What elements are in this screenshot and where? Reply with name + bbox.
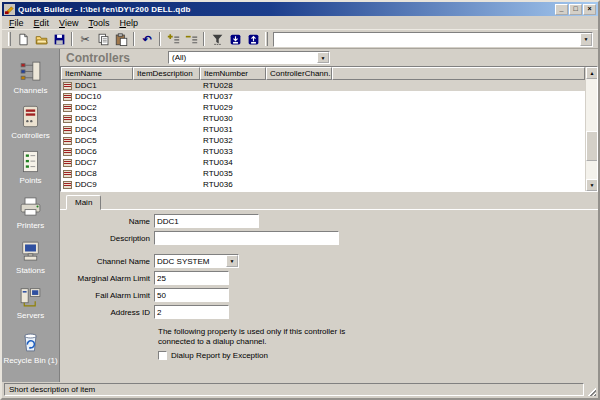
stations-icon (18, 239, 43, 264)
column-header-itemnumber[interactable]: ItemNumber (200, 67, 266, 80)
save-icon (53, 33, 66, 46)
paste-button[interactable] (112, 31, 130, 47)
dialup-checkbox[interactable] (158, 351, 167, 360)
toolbar-separator (203, 32, 205, 46)
name-label: Name (66, 217, 154, 226)
sidebar-item-printers[interactable]: Printers (3, 194, 59, 230)
filter-button[interactable] (208, 31, 226, 47)
table-row[interactable]: DDC8 RTU035 (61, 168, 585, 179)
tab-strip-line (60, 209, 598, 210)
table-row[interactable]: DDC3 RTU030 (61, 113, 585, 124)
copy-button[interactable] (94, 31, 112, 47)
chevron-down-icon[interactable]: ▼ (580, 33, 592, 46)
scroll-up-icon[interactable]: ▲ (586, 67, 598, 79)
title-bar[interactable]: Quick Builder - I:\bei fen\DY\r200 DELL.… (2, 2, 598, 16)
cell-itemname: DDC3 (75, 114, 97, 123)
description-field[interactable] (154, 231, 339, 245)
maximize-button[interactable]: □ (569, 4, 582, 15)
add-item-button[interactable] (164, 31, 182, 47)
resize-grip-icon[interactable] (584, 383, 596, 396)
menu-edit[interactable]: Edit (29, 17, 55, 29)
sidebar-item-stations[interactable]: Stations (3, 239, 59, 275)
scroll-down-icon[interactable]: ▼ (586, 179, 598, 191)
table-row[interactable]: DDC6 RTU033 (61, 146, 585, 157)
sidebar-item-label: Channels (14, 86, 48, 95)
add-item-icon (167, 33, 180, 46)
controllers-icon (18, 104, 43, 129)
marginal-alarm-limit-field[interactable] (154, 271, 229, 285)
channel-name-dropdown[interactable]: DDC SYSTEM ▼ (154, 254, 239, 268)
menu-file[interactable]: File (4, 17, 29, 29)
name-field[interactable] (154, 214, 259, 228)
toolbar-grip[interactable] (8, 32, 11, 46)
points-icon (18, 149, 43, 174)
vertical-scrollbar[interactable]: ▲ ▼ (585, 67, 597, 191)
cell-itemnumber: RTU036 (200, 180, 266, 189)
items-grid: ItemName ItemDescription ItemNumber Cont… (60, 66, 598, 192)
column-header-controllerchannel[interactable]: ControllerChann... (266, 67, 332, 80)
address-id-field[interactable] (154, 305, 229, 319)
filter-value: (All) (169, 53, 317, 62)
minimize-button[interactable]: _ (555, 4, 568, 15)
scrollbar-thumb[interactable] (586, 131, 598, 161)
restore-from-recycle-bin-icon (247, 33, 260, 46)
menu-view[interactable]: View (54, 17, 83, 29)
scrollbar-track[interactable] (586, 79, 597, 179)
fail-alarm-limit-field[interactable] (154, 288, 229, 302)
table-row[interactable]: DDC9 RTU036 (61, 179, 585, 190)
new-button[interactable] (14, 31, 32, 47)
open-button[interactable] (32, 31, 50, 47)
table-row[interactable]: DDC5 RTU032 (61, 135, 585, 146)
page-title: Controllers (66, 51, 166, 65)
cell-itemnumber: RTU034 (200, 158, 266, 167)
move-to-recycle-bin-button[interactable] (226, 31, 244, 47)
sidebar-item-label: Stations (16, 266, 45, 275)
table-row[interactable]: DDC1 RTU028 (61, 80, 585, 91)
restore-from-recycle-bin-button[interactable] (244, 31, 262, 47)
paste-icon (115, 33, 128, 46)
controller-row-icon (63, 181, 72, 189)
filter-icon (211, 33, 224, 46)
table-row[interactable]: DDC2 RTU029 (61, 102, 585, 113)
controller-row-icon (63, 104, 72, 112)
save-button[interactable] (50, 31, 68, 47)
open-icon (35, 33, 48, 46)
filter-dropdown[interactable]: (All) ▼ (168, 51, 330, 64)
column-header-itemdescription[interactable]: ItemDescription (133, 67, 200, 80)
controller-row-icon (63, 115, 72, 123)
menu-help[interactable]: Help (114, 17, 143, 29)
main-region: Channels Controllers Points (2, 49, 598, 382)
undo-button[interactable]: ↶ (138, 31, 156, 47)
chevron-down-icon[interactable]: ▼ (226, 255, 238, 267)
chevron-down-icon[interactable]: ▼ (317, 52, 329, 63)
controller-row-icon (63, 82, 72, 90)
recycle-bin-icon (18, 329, 43, 354)
new-icon (17, 33, 30, 46)
sidebar-item-servers[interactable]: Servers (3, 284, 59, 320)
close-button[interactable]: × (583, 4, 596, 15)
cut-button[interactable]: ✂ (76, 31, 94, 47)
column-header-itemname[interactable]: ItemName (61, 67, 133, 80)
table-row[interactable]: DDC7 RTU034 (61, 157, 585, 168)
remove-item-button[interactable] (182, 31, 200, 47)
sidebar-item-recycle-bin[interactable]: Recycle Bin (1) (3, 329, 59, 365)
sidebar-item-points[interactable]: Points (3, 149, 59, 185)
toolbar-grip[interactable] (265, 32, 268, 46)
sidebar-item-channels[interactable]: Channels (3, 59, 59, 95)
dialup-checkbox-label: Dialup Report by Exception (171, 351, 268, 360)
menu-tools[interactable]: Tools (83, 17, 114, 29)
sidebar-item-label: Controllers (11, 131, 50, 140)
table-row[interactable]: DDC10 RTU037 (61, 91, 585, 102)
tab-main[interactable]: Main (66, 195, 101, 210)
cell-itemnumber: RTU032 (200, 136, 266, 145)
sidebar-item-label: Servers (17, 311, 45, 320)
sidebar-item-controllers[interactable]: Controllers (3, 104, 59, 140)
table-row[interactable]: DDC4 RTU031 (61, 124, 585, 135)
sidebar-item-label: Points (19, 176, 41, 185)
undo-icon: ↶ (142, 34, 151, 45)
quick-builder-window: Quick Builder - I:\bei fen\DY\r200 DELL.… (0, 0, 600, 400)
toolbar-search-combo[interactable]: ▼ (273, 32, 593, 47)
channel-name-value: DDC SYSTEM (155, 257, 226, 266)
fail-alarm-limit-label: Fail Alarm Limit (66, 291, 154, 300)
channel-name-label: Channel Name (66, 257, 154, 266)
